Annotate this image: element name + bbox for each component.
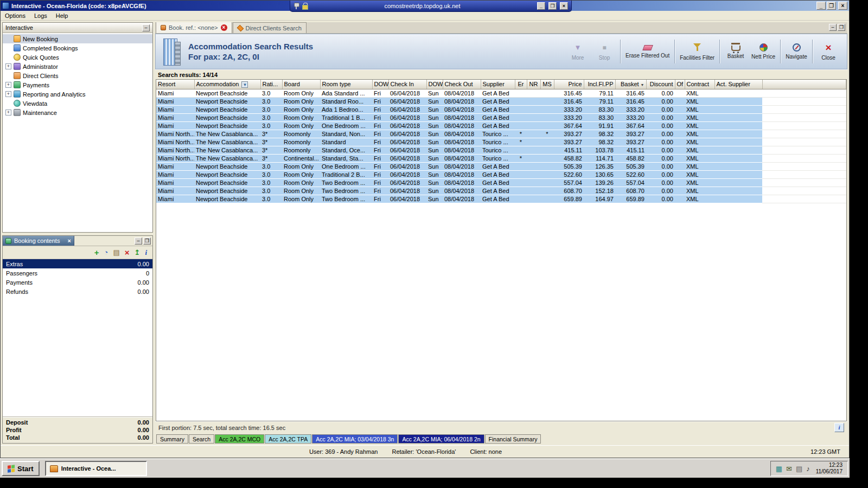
close-tab-icon[interactable]: × xyxy=(221,24,227,31)
bottom-tab-financial-summary[interactable]: Financial Summary xyxy=(485,434,541,444)
palm-tree-icon[interactable]: ↥ xyxy=(134,249,140,256)
sidebar-item-administrator[interactable]: +Administrator xyxy=(3,62,152,71)
table-row[interactable]: MiamiNewport Beachside3.0Room OnlyTradit… xyxy=(156,113,846,121)
booking-maximize-button[interactable]: ❐ xyxy=(143,237,151,245)
column-check-out-8[interactable]: Check Out xyxy=(443,80,481,89)
navigate-button[interactable]: Navigate xyxy=(786,43,807,60)
window-titlebar[interactable]: Interactive - Ocean-Florida (code: x8peA… xyxy=(1,1,849,11)
mail-icon[interactable]: ✉ xyxy=(786,465,792,472)
menu-help[interactable]: Help xyxy=(52,12,73,20)
column-rati-2[interactable]: Rati... xyxy=(260,80,282,89)
rdp-minimize-button[interactable]: _ xyxy=(537,2,545,10)
rdp-restore-button[interactable]: ❐ xyxy=(548,2,557,10)
table-row[interactable]: Miami North...The New Casablanca...3*Roo… xyxy=(156,138,846,146)
column-nr-11[interactable]: NR xyxy=(527,80,540,89)
column-board-3[interactable]: Board xyxy=(282,80,320,89)
window-restore-button[interactable]: ❐ xyxy=(827,2,836,10)
bottom-tab-acc-2a-2c-mia-03-04-2018-3n[interactable]: Acc 2A,2C MIA; 03/04/2018 3n xyxy=(312,434,398,444)
window-minimize-button[interactable]: _ xyxy=(816,2,826,10)
window-close-button[interactable]: × xyxy=(838,2,847,10)
booking-row-refunds[interactable]: Refunds0.00 xyxy=(3,287,152,296)
bottom-tab-acc-2a-2c-mco[interactable]: Acc 2A,2C MCO xyxy=(215,434,264,444)
close-button[interactable]: Close xyxy=(818,43,839,61)
booking-row-extras[interactable]: Extras0.00 xyxy=(3,259,152,268)
expand-icon[interactable]: + xyxy=(5,82,11,88)
add-icon[interactable]: + xyxy=(94,249,99,256)
sidebar-item-completed-bookings[interactable]: Completed Bookings xyxy=(3,43,152,53)
info-button[interactable]: i xyxy=(834,423,844,432)
tabgroup-minimize-button[interactable]: – xyxy=(829,24,837,31)
volume-icon[interactable]: ♪ xyxy=(806,465,810,472)
sidebar-item-payments[interactable]: +Payments xyxy=(3,80,152,89)
booking-contents-tab[interactable]: Booking contents × xyxy=(3,236,74,246)
network-status-icon[interactable]: ▦ xyxy=(776,465,782,472)
booking-row-passengers[interactable]: Passengers0 xyxy=(3,268,152,278)
tab-book-ref-none[interactable]: Book. ref.: <none>× xyxy=(156,22,232,33)
table-row[interactable]: MiamiNewport Beachside3.0Room OnlyTwo Be… xyxy=(156,195,846,203)
sidebar-item-quick-quotes[interactable]: Quick Quotes xyxy=(3,53,152,62)
sidebar-item-direct-clients[interactable]: Direct Clients xyxy=(3,71,152,80)
taskbar-task-button[interactable]: Interactive - Ocea... xyxy=(45,461,147,476)
table-row[interactable]: MiamiNewport Beachside3.0Room OnlyOne Be… xyxy=(156,121,846,130)
printer-icon[interactable]: ▤ xyxy=(796,465,802,472)
taskbar-clock[interactable]: 12:23 11/06/2017 xyxy=(816,462,843,475)
pin-icon[interactable] xyxy=(293,3,299,9)
expand-icon[interactable]: + xyxy=(5,63,11,69)
info-icon[interactable]: i xyxy=(145,249,147,256)
table-row[interactable]: MiamiNewport Beachside3.0Room OnlyAda 1 … xyxy=(156,105,846,113)
column-act-supplier-19[interactable]: Act. Supplier xyxy=(714,80,762,89)
column-check-in-6[interactable]: Check In xyxy=(388,80,426,89)
column-ms-12[interactable]: MS xyxy=(540,80,554,89)
bottom-tab-acc-2a-2c-tpa[interactable]: Acc 2A,2C TPA xyxy=(265,434,311,444)
table-row[interactable]: MiamiNewport Beachside3.0Room OnlyStanda… xyxy=(156,97,846,105)
delete-icon[interactable]: × xyxy=(125,249,130,256)
expand-icon[interactable]: + xyxy=(5,110,11,115)
sidebar-item-maintenance[interactable]: +Maintenance xyxy=(3,108,152,117)
table-row[interactable]: MiamiNewport Beachside3.0Room OnlyTwo Be… xyxy=(156,178,846,187)
sidebar-item-viewdata[interactable]: Viewdata xyxy=(3,99,152,108)
bottom-tab-acc-2a-2c-mia-06-04-2018-2n[interactable]: Acc 2A,2C MIA; 06/04/2018 2n xyxy=(398,434,484,444)
rdp-close-button[interactable]: × xyxy=(560,2,568,10)
column-accommodation-1[interactable]: Accommodation▼ xyxy=(194,80,260,89)
basket-button[interactable]: Basket xyxy=(725,44,746,59)
table-row[interactable]: MiamiNewport Beachside3.0Room OnlyTradit… xyxy=(156,170,846,178)
column-room-type-4[interactable]: Room type xyxy=(320,80,372,89)
collapse-panel-button[interactable]: – xyxy=(142,24,150,31)
booking-row-payments[interactable]: Payments0.00 xyxy=(3,278,152,287)
history-icon[interactable]: ◔ xyxy=(104,249,108,256)
expand-icon[interactable]: + xyxy=(5,91,11,97)
column-contract-18[interactable]: Contract xyxy=(685,80,714,89)
sidebar-item-new-booking[interactable]: New Booking xyxy=(3,34,152,43)
bottom-tab-search[interactable]: Search xyxy=(189,434,214,444)
column-resort-0[interactable]: Resort xyxy=(156,80,194,89)
column-dow-7[interactable]: DOW xyxy=(426,80,443,89)
column-supplier-9[interactable]: Supplier xyxy=(481,80,515,89)
nett-price-button[interactable]: Nett Price xyxy=(751,43,775,60)
facilities-filter-button[interactable]: Facilities Filter xyxy=(680,43,714,61)
menu-options[interactable]: Options xyxy=(1,12,30,20)
tab-direct-clients-search[interactable]: Direct Clients Search xyxy=(233,22,307,33)
more-button[interactable]: More xyxy=(567,43,589,61)
booking-close-icon[interactable]: × xyxy=(68,238,71,244)
table-row[interactable]: MiamiNewport Beachside3.0Room OnlyTwo Be… xyxy=(156,187,846,195)
table-row[interactable]: Miami North...The New Casablanca...3*Roo… xyxy=(156,130,846,138)
table-row[interactable]: MiamiNewport Beachside3.0Room OnlyOne Be… xyxy=(156,162,846,170)
sidebar-item-reporting-and-analytics[interactable]: +Reporting and Analytics xyxy=(3,89,152,99)
column-er-10[interactable]: Er xyxy=(515,80,527,89)
erase-filtered-out-button[interactable]: Erase Filtered Out xyxy=(626,45,669,59)
table-row[interactable]: Miami North...The New Casablanca...3*Roo… xyxy=(156,146,846,154)
bottom-tab-summary[interactable]: Summary xyxy=(156,434,188,444)
column-incl-fl-pp-14[interactable]: Incl.Fl.PP xyxy=(584,80,615,89)
basket-remove-icon[interactable]: ▤ xyxy=(113,249,119,256)
column-price-13[interactable]: Price xyxy=(554,80,584,89)
column-basket-15[interactable]: Basket▼ xyxy=(615,80,646,89)
table-row[interactable]: Miami North...The New Casablanca...3*Con… xyxy=(156,154,846,162)
tabgroup-maximize-button[interactable]: ❐ xyxy=(838,24,845,31)
column-dow-5[interactable]: DOW xyxy=(372,80,388,89)
filter-icon[interactable]: ▼ xyxy=(241,81,248,88)
stop-button[interactable]: Stop xyxy=(593,43,615,61)
column-discount-16[interactable]: Discount xyxy=(646,80,675,89)
table-row[interactable]: MiamiNewport Beachside3.0Room OnlyAda St… xyxy=(156,89,846,97)
column-of-17[interactable]: Of xyxy=(675,80,685,89)
rdp-connection-bar[interactable]: comostreetrdp.topdog.uk.net _ ❐ × xyxy=(290,1,572,12)
